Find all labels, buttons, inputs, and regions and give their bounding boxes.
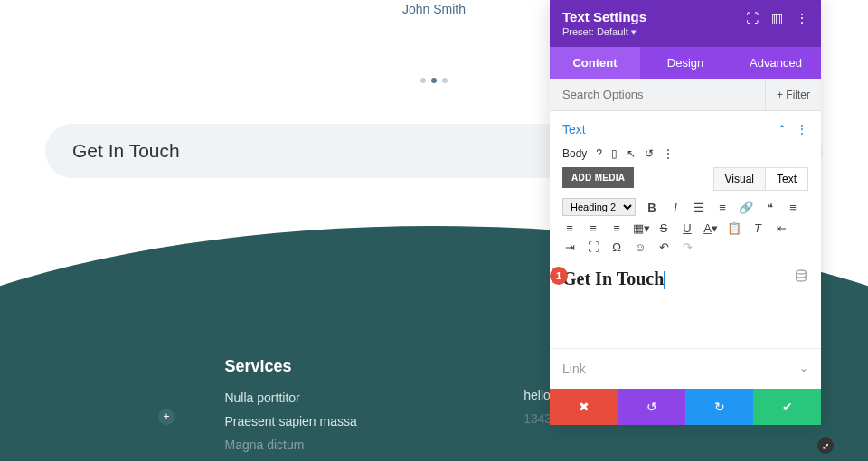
omega-icon[interactable]: Ω [609, 240, 624, 254]
editor-area[interactable]: 1 Get In Touch [562, 263, 808, 335]
panel-tabs: Content Design Advanced [550, 47, 821, 79]
align-center-icon[interactable]: ≡ [562, 221, 577, 235]
dynamic-content-icon[interactable] [794, 268, 808, 286]
service-item[interactable]: Magna dictum [224, 437, 524, 452]
outdent-icon[interactable]: ⇤ [774, 221, 788, 235]
columns-icon[interactable]: ▥ [771, 11, 783, 25]
more-icon[interactable]: ⋮ [663, 147, 674, 160]
chevron-up-icon[interactable]: ⌃ [778, 123, 787, 136]
align-justify-icon[interactable]: ≡ [609, 221, 624, 235]
editor-content[interactable]: Get In Touch [562, 263, 808, 289]
dot-active[interactable] [431, 78, 437, 83]
redo-button[interactable]: ↻ [685, 389, 753, 425]
mobile-icon[interactable]: ▯ [611, 147, 618, 160]
add-media-button[interactable]: ADD MEDIA [562, 167, 634, 188]
menu-icon[interactable]: ⋮ [796, 11, 808, 25]
save-button[interactable]: ✔ [753, 389, 821, 425]
section-menu-icon[interactable]: ⋮ [796, 122, 808, 136]
tab-design[interactable]: Design [640, 47, 731, 79]
link-label: Link [562, 362, 586, 376]
fullscreen-icon[interactable]: ⛶ [586, 240, 600, 254]
panel-footer: ✖ ↺ ↻ ✔ [550, 389, 821, 425]
editor-toolbar: Heading 2 B I ☰ ≡ 🔗 ❝ ≡ ≡ ≡ ≡ ▦▾ S U A▾ … [550, 191, 821, 259]
quote-icon[interactable]: ❝ [762, 201, 777, 214]
tab-content[interactable]: Content [550, 47, 640, 79]
annotation-badge: 1 [550, 267, 568, 285]
italic-icon[interactable]: I [668, 201, 683, 214]
editor-tab-visual[interactable]: Visual [713, 167, 765, 191]
indent-icon[interactable]: ⇥ [562, 240, 577, 254]
align-right-icon[interactable]: ≡ [586, 221, 600, 235]
resize-handle-icon[interactable]: ⤢ [817, 437, 834, 454]
dot[interactable] [420, 78, 426, 83]
bullet-list-icon[interactable]: ☰ [692, 201, 706, 214]
text-section-header[interactable]: Text ⌃ ⋮ [550, 111, 821, 147]
body-label: Body [562, 147, 587, 160]
emoji-icon[interactable]: ☺ [633, 240, 647, 254]
body-options-row: Body ? ▯ ↖ ↺ ⋮ [550, 147, 821, 167]
bold-icon[interactable]: B [645, 201, 659, 214]
settings-panel: Text Settings Preset: Default ▾ ⛶ ▥ ⋮ Co… [550, 0, 821, 425]
align-left-icon[interactable]: ≡ [786, 201, 800, 214]
search-input[interactable] [550, 79, 765, 110]
chevron-down-icon[interactable]: ⌄ [799, 362, 808, 376]
tab-advanced[interactable]: Advanced [731, 47, 821, 79]
svg-point-0 [797, 270, 807, 274]
redo-icon[interactable]: ↷ [680, 240, 694, 254]
dot[interactable] [442, 78, 448, 83]
filter-button[interactable]: + Filter [765, 80, 821, 110]
paste-icon[interactable]: 📋 [727, 221, 741, 235]
services-heading: Services [224, 357, 524, 376]
footer-services: Services Nulla porttitor Praesent sapien… [224, 357, 524, 461]
undo-button[interactable]: ↺ [618, 389, 685, 425]
section-label: Text [562, 122, 586, 136]
clear-icon[interactable]: T [750, 221, 765, 235]
table-icon[interactable]: ▦▾ [633, 221, 647, 235]
focus-icon[interactable]: ⛶ [746, 11, 759, 25]
hover-icon[interactable]: ↖ [627, 147, 636, 160]
link-icon[interactable]: 🔗 [739, 201, 753, 214]
editor-tab-text[interactable]: Text [765, 167, 808, 191]
reset-icon[interactable]: ↺ [645, 147, 654, 160]
add-module-button[interactable]: + [158, 409, 175, 425]
close-button[interactable]: ✖ [550, 389, 618, 425]
search-row: + Filter [550, 79, 821, 111]
panel-title: Text Settings [562, 9, 646, 24]
panel-header[interactable]: Text Settings Preset: Default ▾ ⛶ ▥ ⋮ [550, 0, 821, 47]
service-item[interactable]: Praesent sapien massa [224, 414, 524, 428]
strike-icon[interactable]: S [656, 221, 671, 235]
undo-icon[interactable]: ↶ [656, 240, 671, 254]
link-section-header[interactable]: Link ⌄ [550, 348, 821, 389]
number-list-icon[interactable]: ≡ [715, 201, 730, 214]
preset-dropdown[interactable]: Preset: Default ▾ [562, 26, 646, 38]
textcolor-icon[interactable]: A▾ [703, 221, 718, 235]
service-item[interactable]: Nulla porttitor [224, 390, 524, 405]
help-icon[interactable]: ? [596, 147, 602, 160]
underline-icon[interactable]: U [680, 221, 694, 235]
heading-select[interactable]: Heading 2 [562, 198, 636, 216]
